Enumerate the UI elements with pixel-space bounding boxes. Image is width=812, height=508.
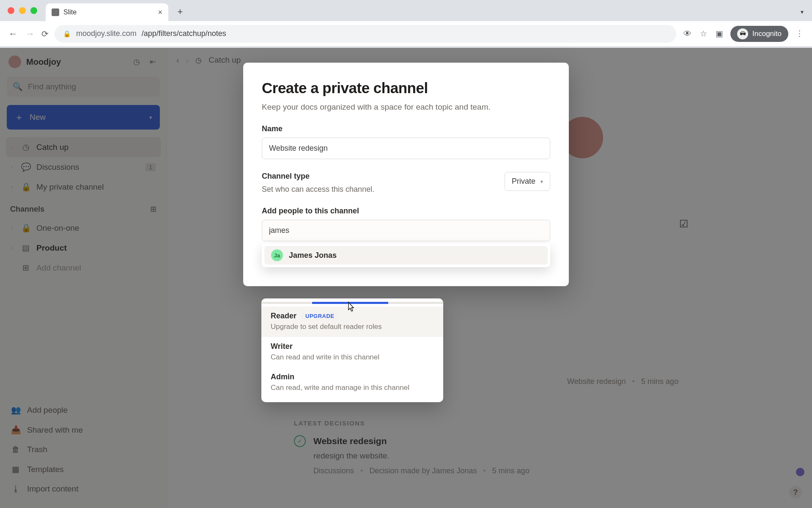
extensions-icon[interactable]: ▣ — [714, 29, 724, 39]
tab-bar: Slite × + ▾ — [0, 0, 812, 21]
url-field[interactable]: 🔒 moodjoy.slite.com/app/filters/catchup/… — [55, 25, 676, 43]
window-close-dot[interactable] — [8, 7, 14, 14]
tab-close-icon[interactable]: × — [158, 8, 162, 17]
cursor-pointer-icon — [346, 301, 354, 312]
name-label: Name — [262, 124, 550, 133]
create-channel-modal: Create a private channel Keep your docs … — [243, 63, 569, 286]
tab-favicon — [52, 8, 59, 16]
window-minimize-dot[interactable] — [19, 7, 26, 14]
role-title: Admin — [271, 373, 434, 381]
add-people-label: Add people to this channel — [262, 207, 550, 215]
role-desc: Upgrade to set default reader roles — [271, 323, 434, 331]
modal-title: Create a private channel — [262, 80, 550, 97]
channel-type-desc: Set who can access this channel. — [262, 185, 374, 194]
incognito-avatar-icon: 🕶 — [737, 28, 748, 39]
bookmark-star-icon[interactable]: ☆ — [698, 29, 708, 39]
kebab-menu-icon[interactable]: ⋮ — [794, 29, 804, 39]
chevron-down-icon: ▾ — [540, 179, 543, 185]
new-tab-button[interactable]: + — [173, 4, 188, 19]
incognito-badge[interactable]: 🕶 Incognito — [730, 26, 788, 42]
address-bar: ← → ⟳ 🔒 moodjoy.slite.com/app/filters/ca… — [0, 21, 812, 47]
role-desc: Can read, write and manage in this chann… — [271, 384, 434, 392]
lock-icon: 🔒 — [63, 30, 71, 38]
role-option-writer[interactable]: Writer Can read and write in this channe… — [261, 337, 443, 367]
channel-type-label: Channel type — [262, 172, 374, 181]
reload-icon[interactable]: ⟳ — [41, 29, 49, 39]
channel-type-select[interactable]: Private ▾ — [505, 172, 550, 191]
role-title: Reader — [271, 312, 296, 320]
upgrade-badge: UPGRADE — [302, 312, 338, 320]
browser-tab[interactable]: Slite × — [46, 3, 168, 21]
role-popover: Reader UPGRADE Upgrade to set default re… — [261, 298, 443, 402]
browser-chrome: Slite × + ▾ ← → ⟳ 🔒 moodjoy.slite.com/ap… — [0, 0, 812, 48]
eye-off-icon[interactable]: 👁 — [682, 29, 692, 39]
traffic-lights — [8, 7, 37, 14]
role-desc: Can read and write in this channel — [271, 353, 434, 362]
url-path: /app/filters/catchup/notes — [142, 29, 226, 38]
nav-back-icon[interactable]: ← — [8, 28, 19, 39]
people-suggestion[interactable]: Ja James Jonas — [262, 243, 550, 267]
incognito-label: Incognito — [752, 30, 782, 38]
tabs-overflow-icon[interactable]: ▾ — [801, 8, 804, 15]
tab-title: Slite — [63, 8, 154, 16]
url-host: moodjoy.slite.com — [76, 29, 137, 38]
nav-forward-icon: → — [25, 28, 36, 39]
people-search-input[interactable] — [262, 220, 550, 241]
window-zoom-dot[interactable] — [30, 7, 37, 14]
channel-type-value: Private — [512, 177, 535, 186]
channel-name-input[interactable] — [262, 138, 550, 159]
role-option-admin[interactable]: Admin Can read, write and manage in this… — [261, 367, 443, 398]
suggestion-name: James Jonas — [289, 251, 337, 260]
modal-subtitle: Keep your docs organized with a space fo… — [262, 102, 550, 112]
suggestion-avatar: Ja — [271, 249, 283, 261]
role-title: Writer — [271, 342, 434, 351]
